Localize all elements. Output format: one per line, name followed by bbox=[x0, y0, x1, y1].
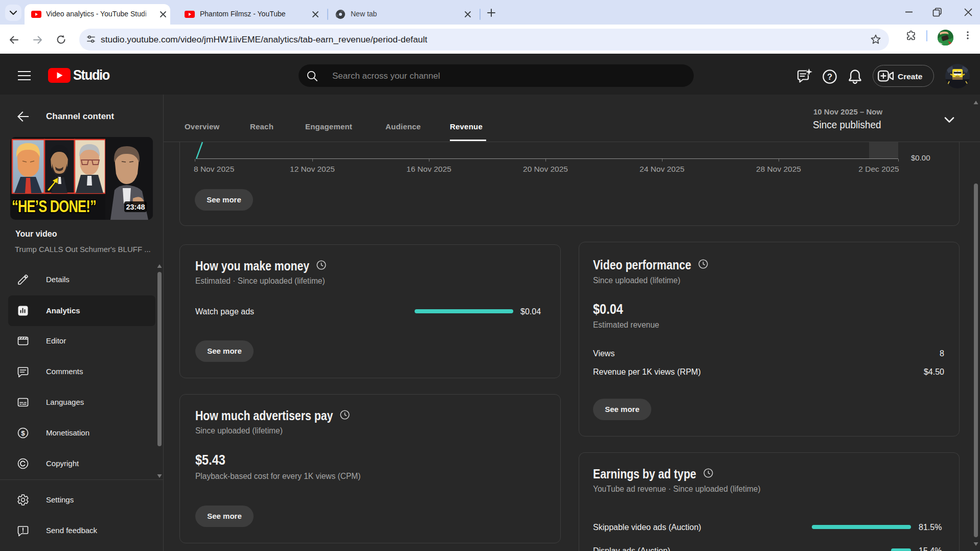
svg-text:$: $ bbox=[21, 429, 25, 437]
svg-text:23:48: 23:48 bbox=[126, 203, 145, 211]
svg-text:“HE’S DONE!”: “HE’S DONE!” bbox=[12, 197, 96, 216]
svg-text:?: ? bbox=[827, 72, 832, 81]
